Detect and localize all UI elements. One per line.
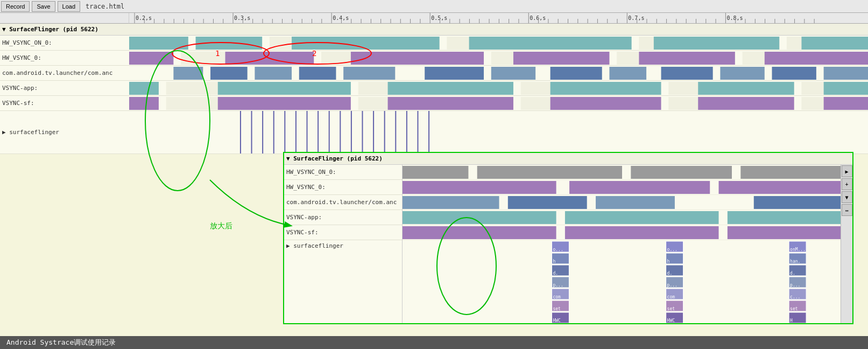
track-row-4: VSYNC-sf: — [0, 96, 868, 111]
track-label-4: VSYNC-sf: — [0, 96, 129, 111]
zoomed-group-label: ▼ SurfaceFlinger (pid 5622) — [284, 153, 403, 165]
track-row-1: HW_VSYNC_0: — [0, 51, 868, 66]
zoomed-labels: HW_VSYNC_ON_0: HW_VSYNC_0: com.android.t… — [284, 165, 403, 323]
track-canvas-0[interactable] — [129, 36, 868, 51]
filename-label: trace.html — [86, 3, 124, 10]
zoomed-panel: ▼ SurfaceFlinger (pid 5622) HW_VSYNC_ON_… — [283, 152, 853, 324]
zoomed-hw-vsync-0: HW_VSYNC_0: — [284, 180, 402, 195]
track-row-5: ▶ surfaceflinger — [0, 111, 868, 154]
track-canvas-1[interactable] — [129, 51, 868, 66]
track-canvas-3[interactable] — [129, 81, 868, 96]
surface-flinger-group[interactable]: ▼ SurfaceFlinger (pid 5622) — [0, 24, 868, 36]
save-button[interactable]: Save — [32, 1, 55, 12]
fit-button[interactable]: ↔ — [842, 204, 852, 216]
track-row-3: VSYNC-app: — [0, 81, 868, 96]
status-text: Android Systrace调试使用记录 — [6, 338, 116, 347]
zoomed-vsync-sf: VSYNC-sf: — [284, 225, 402, 240]
scroll-down-button[interactable]: ▼ — [842, 191, 852, 203]
track-label-3: VSYNC-app: — [0, 81, 129, 96]
track-label-2: com.android.tv.launcher/com.anc — [0, 66, 129, 81]
trace-view: ▼ SurfaceFlinger (pid 5622) HW_VSYNC_ON_… — [0, 13, 868, 154]
zoomed-scrollbar: ▶ + ▼ ↔ — [841, 165, 852, 323]
record-button[interactable]: Record — [1, 1, 30, 12]
zoomed-hw-vsync-on: HW_VSYNC_ON_0: — [284, 165, 402, 180]
load-button[interactable]: Load — [58, 1, 80, 12]
group-label: ▼ SurfaceFlinger (pid 5622) — [0, 24, 129, 36]
zoom-label: 放大后 — [210, 221, 232, 230]
track-canvas-5[interactable] — [129, 111, 868, 154]
zoomed-vsync-app: VSYNC-app: — [284, 210, 402, 225]
toolbar: Record Save Load trace.html — [0, 0, 868, 13]
zoomed-tracks-area[interactable] — [403, 165, 841, 323]
track-canvas-4[interactable] — [129, 96, 868, 111]
track-canvas-2[interactable] — [129, 66, 868, 81]
time-ruler[interactable] — [129, 13, 868, 24]
cursor-button[interactable]: ▶ — [842, 165, 852, 177]
zoomed-launcher: com.android.tv.launcher/com.anc — [284, 195, 402, 210]
status-bar: Android Systrace调试使用记录 — [0, 336, 868, 349]
track-label-0: HW_VSYNC_ON_0: — [0, 36, 129, 51]
track-label-5: ▶ surfaceflinger — [0, 111, 129, 154]
zoom-in-button[interactable]: + — [842, 178, 852, 190]
track-label-1: HW_VSYNC_0: — [0, 51, 129, 66]
track-row-0: HW_VSYNC_ON_0: — [0, 36, 868, 51]
track-rows: HW_VSYNC_ON_0:HW_VSYNC_0:com.android.tv.… — [0, 36, 868, 154]
zoomed-surfaceflinger: ▶ surfaceflinger — [284, 240, 402, 323]
track-row-2: com.android.tv.launcher/com.anc — [0, 66, 868, 81]
